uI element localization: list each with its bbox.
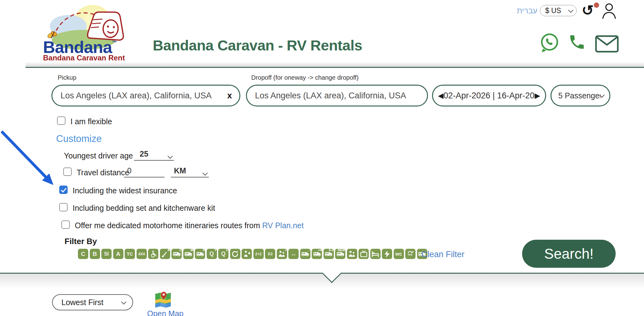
currency-select[interactable]: $ US (540, 5, 577, 16)
filter-icon-label: 4X4 (138, 252, 145, 256)
dropoff-input[interactable]: Los Angeles (LAX area), California, USA (246, 85, 428, 106)
phone-icon (570, 35, 584, 49)
filter-icon-overlay: C (226, 248, 228, 252)
distance-unit-select[interactable]: KM (171, 166, 209, 177)
flexible-checkbox[interactable] (57, 116, 65, 125)
filter-rv-plus4-icon[interactable]: +4 (312, 249, 322, 259)
pickup-label: Pickup (58, 74, 76, 81)
page: Bandana™ Bandana Caravan Rent Bandana Ca… (0, 0, 644, 316)
date-range-picker[interactable]: ◀ 02-Apr-2026 | 16-Apr-2026 ▶ (432, 85, 546, 106)
filter-icon-label: A (116, 251, 120, 257)
filter-class-b-icon[interactable]: B (90, 249, 100, 259)
dropoff-label: Dropoff (for oneway -> change dropoff) (251, 74, 358, 81)
trademark: ™ (112, 40, 117, 45)
filter-icon-label: C (81, 251, 85, 257)
dates-prev-icon[interactable]: ◀ (438, 92, 444, 100)
language-link[interactable]: עברית (517, 6, 537, 15)
account-button[interactable] (601, 2, 617, 19)
filter-rv-new-icon[interactable]: NEW (335, 249, 345, 259)
header-divider (26, 62, 644, 68)
notification-dot (594, 2, 599, 8)
filter-quality-c-icon[interactable]: QC (218, 249, 228, 259)
dropoff-value: Los Angeles (LAX area), California, USA (255, 91, 406, 101)
filter-rv-size-medium-icon[interactable]: M (183, 249, 194, 259)
filter-x3-icon[interactable]: X3 (265, 249, 275, 259)
currency-value: $ US (545, 7, 561, 15)
customize-link[interactable]: Customize (56, 133, 102, 144)
filter-icon-label: wc (395, 251, 402, 257)
filter-icon-label: Q (209, 251, 214, 257)
chevron-down-icon (568, 7, 574, 13)
filter-tv-icon[interactable] (358, 249, 369, 259)
filter-icon-overlay: Y (214, 248, 217, 252)
brand-logo[interactable]: Bandana™ Bandana Caravan Rent (43, 2, 132, 62)
history-button[interactable]: ↺ (582, 3, 598, 19)
chevron-down-icon (203, 170, 208, 176)
rv-plan-link[interactable]: RV Plan.net (262, 221, 304, 230)
filter-width-arrows-icon[interactable]: ↔ (288, 249, 299, 259)
travel-distance-input[interactable]: 0 (124, 166, 165, 177)
filter-driver-plus-icon[interactable] (242, 249, 252, 259)
filter-bed-icon[interactable] (370, 249, 381, 259)
filter-icon-label: Q (221, 251, 225, 257)
driver-age-select[interactable]: 25 (134, 149, 174, 161)
passengers-value: 5 Passengers (558, 91, 600, 100)
filter-rv-age-0-3-icon[interactable]: 0-3 (324, 249, 334, 259)
bedding-checkbox[interactable] (59, 203, 68, 211)
itinerary-checkbox[interactable] (61, 220, 70, 229)
whatsapp-icon (542, 34, 557, 52)
filter-rv-size-small-icon[interactable]: S (195, 249, 205, 259)
driver-age-label: Youngest driver age (64, 151, 133, 160)
filter-quality-y-icon[interactable]: QY (207, 249, 217, 259)
filter-wheelchair-icon[interactable] (148, 249, 158, 259)
filter-icon-label: TC (127, 251, 133, 257)
open-map-link[interactable]: Open Map (147, 309, 184, 316)
filter-rv-size-large-icon[interactable]: L (171, 249, 182, 259)
phone-button[interactable] (568, 33, 586, 51)
filter-automatic-transmission-icon[interactable]: A (160, 249, 170, 259)
filter-class-tc-icon[interactable]: TC (125, 249, 135, 259)
filter-power-icon[interactable] (382, 249, 392, 259)
whatsapp-button[interactable] (539, 32, 559, 53)
filter-class-si-icon[interactable]: SI (101, 249, 112, 259)
filter-class-c-icon[interactable]: C (78, 249, 88, 259)
pickup-value: Los Angeles (LAX area), California, USA (60, 91, 212, 101)
insurance-checkbox[interactable] (59, 186, 68, 194)
filter-icon-overlay: +4 (318, 248, 322, 252)
sort-select[interactable]: Lowest First (52, 294, 133, 310)
filter-icon-overlay: NEW (338, 248, 345, 252)
filter-rv-oneway-icon[interactable]: → (300, 249, 310, 259)
filter-wc-icon[interactable]: wc (394, 249, 404, 259)
flexible-label: I am flexible (70, 117, 112, 126)
filter-icon-label: B (93, 251, 97, 257)
filter-family-icon[interactable] (347, 249, 357, 259)
clean-filter-link[interactable]: Clean Filter (421, 250, 464, 259)
filter-seats-2plus2-icon[interactable]: 2+2 (253, 249, 264, 259)
travel-distance-checkbox[interactable] (63, 167, 72, 176)
email-button[interactable] (595, 35, 619, 53)
search-button[interactable]: Search! (522, 240, 616, 268)
filter-family-plus-icon[interactable]: + (277, 249, 287, 259)
filter-shower-icon[interactable] (405, 249, 416, 259)
pickup-input[interactable]: Los Angeles (LAX area), California, USA … (51, 85, 240, 106)
travel-distance-label: Travel distance (77, 168, 129, 177)
clear-pickup-button[interactable]: x (227, 91, 232, 101)
open-map-button[interactable] (154, 291, 172, 309)
filter-icon-label: ↔ (291, 250, 297, 257)
filter-four-by-four-icon[interactable]: 4X4 (137, 249, 147, 259)
dates-next-icon[interactable]: ▶ (535, 92, 540, 100)
passengers-select[interactable]: 5 Passengers (550, 85, 610, 106)
filter-icon-overlay: + (285, 248, 287, 252)
filter-icon-label: SI (104, 251, 109, 257)
chevron-down-icon (168, 153, 173, 159)
filter-icon-overlay: L (180, 248, 181, 252)
filter-icon-overlay: → (307, 248, 310, 252)
filter-class-a-icon[interactable]: A (113, 249, 123, 259)
annotation-arrow-icon (0, 130, 65, 192)
filter-refresh-icon[interactable] (230, 249, 240, 259)
driver-age-value: 25 (140, 149, 148, 158)
dates-value: 02-Apr-2026 | 16-Apr-2026 (444, 91, 535, 101)
brand-subtitle: Bandana Caravan Rent (43, 54, 132, 62)
filter-icon-row: CBSIATC4X4ALMSQYQC2+2X3+↔→+40-3NEWwc↓ (78, 249, 427, 259)
filter-icon-overlay: A (167, 248, 170, 252)
